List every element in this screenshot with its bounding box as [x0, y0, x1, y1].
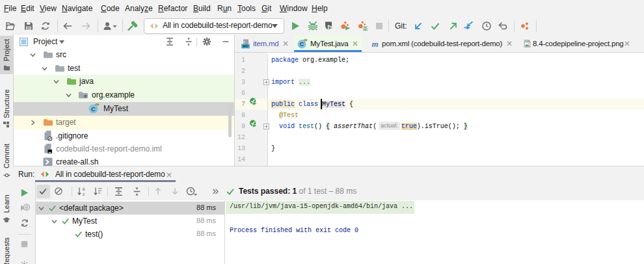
- svg-text:z: z: [83, 192, 85, 196]
- svg-text:9: 9: [25, 204, 28, 211]
- svg-text:C: C: [91, 105, 96, 112]
- svg-text:a: a: [83, 187, 85, 191]
- svg-text:MD: MD: [243, 44, 249, 48]
- svg-text:C: C: [300, 41, 304, 47]
- svg-text:m: m: [371, 39, 378, 49]
